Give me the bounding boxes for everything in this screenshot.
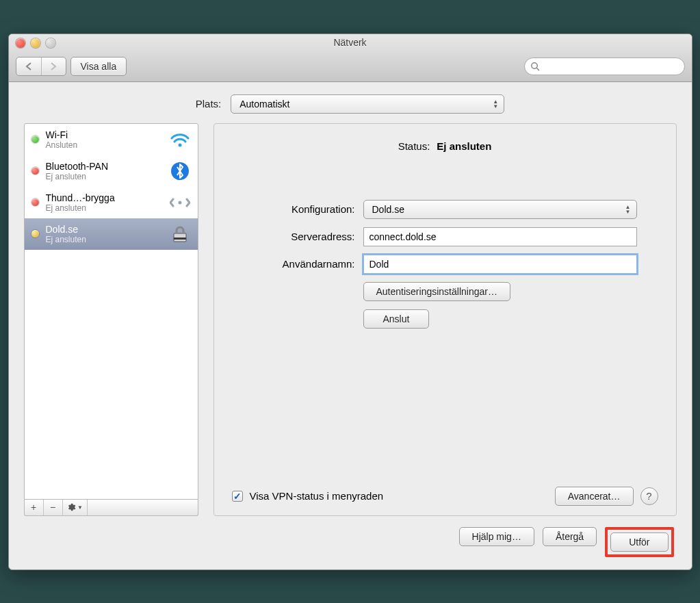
service-item-bluetooth[interactable]: Bluetooth-PAN Ej ansluten: [25, 155, 198, 187]
back-button[interactable]: [16, 57, 41, 75]
apply-label: Utför: [629, 537, 649, 548]
svg-rect-6: [174, 238, 186, 240]
auth-settings-button[interactable]: Autentiseringsinställningar…: [363, 282, 510, 301]
service-name: Thund…-brygga: [46, 192, 162, 203]
search-field[interactable]: [524, 57, 685, 75]
forward-button[interactable]: [41, 57, 66, 75]
service-name: Bluetooth-PAN: [46, 161, 162, 172]
toolbar: Visa alla: [16, 57, 685, 76]
service-status: Ansluten: [46, 140, 162, 150]
content: Plats: Automatiskt ▲▼ Wi-Fi Ansluten: [9, 82, 692, 569]
search-icon: [530, 62, 540, 71]
username-label: Användarnamn:: [232, 258, 355, 270]
auth-row: Autentiseringsinställningar…: [232, 282, 658, 301]
service-item-doldse[interactable]: Dold.se Ej ansluten: [25, 218, 198, 250]
connect-label: Anslut: [383, 313, 410, 324]
add-service-button[interactable]: +: [25, 500, 44, 515]
bridge-icon: [169, 193, 191, 212]
remove-service-button[interactable]: −: [44, 500, 63, 515]
show-vpn-checkbox[interactable]: ✓: [232, 491, 243, 502]
location-select[interactable]: Automatiskt ▲▼: [231, 94, 504, 114]
auth-settings-label: Autentiseringsinställningar…: [376, 286, 497, 297]
chevron-updown-icon: ▲▼: [493, 99, 498, 109]
advanced-button[interactable]: Avancerat…: [555, 487, 634, 506]
chevron-down-icon: ▼: [77, 504, 83, 511]
service-name: Wi-Fi: [46, 129, 162, 140]
apply-button[interactable]: Utför: [610, 533, 668, 552]
service-item-wifi[interactable]: Wi-Fi Ansluten: [25, 124, 198, 155]
server-row: Serveradress:: [232, 227, 658, 246]
sidebar: Wi-Fi Ansluten: [24, 123, 198, 516]
nav-group: [16, 57, 66, 76]
server-label: Serveradress:: [232, 231, 355, 242]
svg-point-0: [531, 62, 536, 68]
gear-icon: [66, 502, 76, 512]
window-title: Nätverk: [9, 37, 692, 48]
svg-point-2: [178, 143, 181, 146]
show-all-label: Visa alla: [81, 61, 117, 72]
revert-label: Återgå: [556, 531, 584, 542]
location-row: Plats: Automatiskt ▲▼: [24, 94, 677, 114]
connect-button[interactable]: Anslut: [363, 309, 430, 329]
vpn-lock-icon: [169, 224, 191, 244]
username-field[interactable]: [363, 255, 637, 274]
show-all-button[interactable]: Visa alla: [70, 57, 127, 76]
network-prefs-window: Nätverk Visa alla Plats: [8, 34, 692, 570]
service-name: Dold.se: [46, 224, 162, 235]
question-icon: ?: [646, 490, 651, 502]
service-status: Ej ansluten: [46, 203, 162, 213]
service-item-thunderbolt-bridge[interactable]: Thund…-brygga Ej ansluten: [25, 187, 198, 218]
config-label: Konfiguration:: [232, 203, 355, 215]
chevron-updown-icon: ▲▼: [625, 205, 631, 214]
svg-line-1: [536, 68, 539, 70]
apply-highlight: Utför: [605, 527, 673, 557]
status-label: Status:: [398, 140, 430, 152]
wifi-icon: [169, 130, 191, 149]
status-row: Status: Ej ansluten: [232, 140, 658, 152]
config-select[interactable]: Dold.se ▲▼: [363, 200, 637, 219]
service-status: Ej ansluten: [46, 235, 162, 244]
connect-row: Anslut: [232, 309, 658, 329]
revert-button[interactable]: Återgå: [543, 527, 597, 546]
service-actions: + − ▼: [24, 500, 198, 516]
config-value: Dold.se: [372, 204, 404, 215]
columns: Wi-Fi Ansluten: [24, 123, 677, 516]
show-vpn-label: Visa VPN-status i menyraden: [250, 490, 384, 502]
status-dot-icon: [31, 230, 39, 238]
svg-point-4: [178, 201, 181, 204]
status-dot-icon: [31, 136, 39, 143]
service-options-button[interactable]: ▼: [63, 500, 88, 515]
help-me-button[interactable]: Hjälp mig…: [459, 527, 534, 546]
detail-bottom: ✓ Visa VPN-status i menyraden Avancerat……: [232, 487, 658, 506]
status-dot-icon: [31, 198, 39, 206]
service-list[interactable]: Wi-Fi Ansluten: [24, 123, 198, 500]
service-status: Ej ansluten: [46, 172, 162, 181]
status-dot-icon: [31, 167, 39, 175]
footer-buttons: Hjälp mig… Återgå Utför: [24, 516, 677, 557]
config-row: Konfiguration: Dold.se ▲▼: [232, 200, 658, 219]
help-button[interactable]: ?: [640, 487, 658, 505]
status-value: Ej ansluten: [437, 140, 491, 152]
advanced-label: Avancerat…: [568, 491, 621, 502]
location-value: Automatiskt: [239, 99, 289, 110]
username-row: Användarnamn:: [232, 255, 658, 274]
location-label: Plats:: [196, 98, 222, 110]
bluetooth-icon: [169, 162, 191, 181]
titlebar: Nätverk Visa alla: [9, 34, 692, 82]
detail-pane: Status: Ej ansluten Konfiguration: Dold.…: [213, 123, 677, 516]
server-address-field[interactable]: [363, 227, 637, 246]
help-me-label: Hjälp mig…: [472, 531, 521, 542]
